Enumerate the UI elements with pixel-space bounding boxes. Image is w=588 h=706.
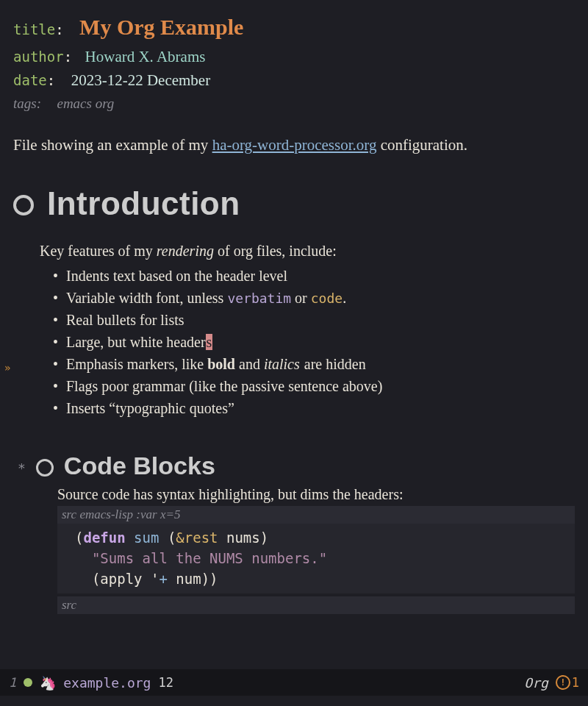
code-sample: code (311, 290, 343, 306)
meta-key-date: date (13, 72, 47, 88)
source-block-footer: src (57, 596, 575, 614)
source-block-area: Source code has syntax highlighting, but… (57, 486, 575, 614)
meta-key-title: title (13, 21, 55, 38)
meta-title-line: title: My Org Example (13, 10, 575, 45)
config-link[interactable]: ha-org-word-processor.org (212, 136, 377, 154)
list-item: Large, but white headers (53, 331, 575, 353)
modeline-filename[interactable]: example.org (63, 675, 151, 691)
document-date: 2023-12-22 December (71, 71, 211, 89)
document-author: Howard X. Abrams (85, 48, 206, 65)
modeline[interactable]: 1 🦄 example.org 12 Org ! 1 (0, 669, 588, 696)
meta-tags-line: tags: emacs org (13, 93, 575, 114)
heading-bullet-icon (13, 195, 34, 215)
features-list: Indents text based on the header level V… (53, 265, 575, 419)
list-item: Real bullets for lists (53, 309, 575, 331)
list-item: Inserts “typographic quotes” (53, 397, 575, 419)
modeline-window-number: 1 (9, 675, 16, 690)
modeline-major-mode[interactable]: Org (524, 675, 548, 691)
editor-buffer[interactable]: » title: My Org Example author: Howard X… (0, 0, 588, 669)
document-title: My Org Example (79, 15, 243, 39)
meta-key-tags: tags: (13, 96, 41, 111)
heading-1-text: Introduction (47, 185, 240, 222)
text-cursor: s (206, 334, 213, 350)
warning-icon: ! (556, 675, 570, 690)
fringe-continuation-icon: » (4, 362, 10, 374)
verbatim-sample: verbatim (227, 290, 291, 306)
heading-star-icon: * (18, 460, 26, 476)
meta-date-line: date: 2023-12-22 December (13, 68, 575, 93)
modified-indicator-icon (24, 678, 32, 687)
source-block-header: src emacs-lisp :var x=5 (57, 506, 575, 524)
intro-text-before: File showing an example of my (13, 136, 212, 154)
heading-2-text: Code Blocks (64, 452, 215, 480)
list-item: Indents text based on the header level (53, 265, 575, 287)
features-block: Key features of my rendering of org file… (40, 240, 575, 419)
heading-2-row: * Code Blocks (18, 452, 575, 480)
heading-bullet-icon (36, 459, 54, 477)
heading-1-row: Introduction (13, 185, 575, 222)
meta-key-author: author (13, 49, 64, 65)
features-lead: Key features of my rendering of org file… (40, 240, 575, 262)
list-item: Emphasis markers, like bold and italics … (53, 353, 575, 375)
list-item: Variable width font, unless verbatim or … (53, 287, 575, 309)
list-item: Flags poor grammar (like the passive sen… (53, 375, 575, 397)
intro-text-after: configuration. (376, 136, 467, 154)
warning-count: 1 (572, 675, 579, 690)
meta-author-line: author: Howard X. Abrams (13, 45, 575, 69)
source-block-body[interactable]: (defun sum (&rest nums) "Sums all the NU… (57, 524, 575, 593)
source-description: Source code has syntax highlighting, but… (57, 486, 575, 503)
document-tags: emacs org (57, 96, 114, 111)
flycheck-warning-badge[interactable]: ! 1 (556, 675, 579, 690)
modeline-line-number: 12 (158, 675, 173, 690)
unicorn-icon: 🦄 (40, 675, 56, 691)
intro-paragraph: File showing an example of my ha-org-wor… (13, 135, 575, 156)
